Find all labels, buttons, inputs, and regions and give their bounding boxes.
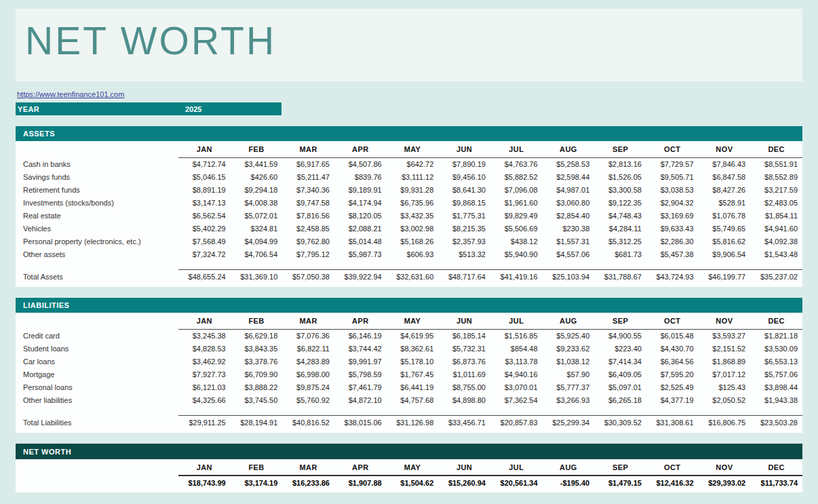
month-header: SEP (594, 313, 646, 329)
cell-value: $5,072.01 (231, 209, 283, 222)
cell-value: $6,553.13 (750, 355, 802, 368)
row-label: Car loans (16, 355, 178, 368)
cell-value: $1,854.11 (750, 209, 802, 222)
month-header: JAN (178, 141, 231, 157)
cell-value: $4,507.86 (334, 157, 387, 170)
spacer-cell (438, 260, 490, 269)
cell-value: $8,552.89 (750, 170, 802, 183)
cell-value: $57.90 (543, 368, 595, 381)
cell-value: $6,562.54 (178, 209, 231, 222)
cell-value: $324.81 (231, 222, 283, 235)
spacer-cell (16, 406, 178, 415)
cell-value: $31,126.98 (387, 415, 439, 430)
cell-value: $4,706.54 (231, 248, 283, 260)
assets-header-bar: ASSETS (16, 126, 802, 141)
table-row: Real estate$6,562.54$5,072.01$7,816.56$8… (16, 209, 802, 222)
cell-value: $4,557.06 (543, 248, 595, 260)
spacer-cell (178, 406, 231, 415)
spacer-cell (282, 406, 334, 415)
cell-value: $3,174.19 (231, 476, 283, 490)
month-header: APR (334, 141, 387, 157)
month-header: JUL (490, 459, 543, 476)
cell-value: $6,265.18 (594, 393, 646, 406)
cell-value: $6,146.19 (334, 329, 387, 342)
corner-cell (16, 313, 178, 329)
cell-value: $16,233.86 (282, 476, 334, 490)
cell-value: $9,868.15 (438, 196, 490, 209)
cell-value: $223.40 (594, 342, 646, 355)
spacer-cell (282, 260, 334, 269)
cell-value: $6,015.48 (646, 329, 699, 342)
cell-value: $2,286.30 (646, 235, 699, 248)
cell-value: $1,038.12 (543, 355, 595, 368)
row-label: Personal loans (16, 381, 178, 393)
table-row: Retirement funds$8,891.19$9,294.18$7,340… (16, 183, 802, 196)
cell-value: -$195.40 (543, 476, 595, 490)
spacer-cell (387, 406, 439, 415)
spacer-row (16, 406, 802, 415)
cell-value: $41,419.16 (490, 269, 543, 284)
cell-value: $4,008.38 (231, 196, 283, 209)
table-row: Vehicles$5,402.29$324.81$2,458.85$2,088.… (16, 222, 802, 235)
cell-value: $8,641.30 (438, 183, 490, 196)
month-header: NOV (699, 459, 751, 476)
cell-value: $3,744.42 (334, 342, 387, 355)
cell-value: $4,283.89 (282, 355, 334, 368)
cell-value: $7,340.36 (282, 183, 334, 196)
row-label: Student loans (16, 342, 178, 355)
cell-value: $5,925.40 (543, 329, 595, 342)
cell-value: $1,526.05 (594, 170, 646, 183)
row-label: Investments (stocks/bonds) (16, 196, 178, 209)
cell-value: $5,798.59 (334, 368, 387, 381)
website-link[interactable]: https://www.teenfinance101.com (17, 90, 124, 98)
cell-value: $8,891.19 (178, 183, 231, 196)
year-label: YEAR (16, 105, 39, 113)
row-label (16, 476, 178, 490)
cell-value: $5,749.65 (699, 222, 751, 235)
cell-value: $9,906.54 (699, 248, 751, 260)
spacer-cell (646, 406, 699, 415)
month-header: MAR (282, 313, 334, 329)
cell-value: $6,847.58 (699, 170, 751, 183)
cell-value: $8,755.00 (438, 381, 490, 393)
cell-value: $3,462.92 (178, 355, 231, 368)
cell-value: $4,898.80 (438, 393, 490, 406)
cell-value: $839.76 (334, 170, 387, 183)
spacer-cell (334, 260, 387, 269)
cell-value: $2,854.40 (543, 209, 595, 222)
cell-value: $6,121.03 (178, 381, 231, 393)
cell-value: $438.12 (490, 235, 543, 248)
cell-value: $4,900.55 (594, 329, 646, 342)
cell-value: $513.32 (438, 248, 490, 260)
cell-value: $4,987.01 (543, 183, 595, 196)
cell-value: $31,369.10 (231, 269, 283, 284)
cell-value: $3,378.76 (231, 355, 283, 368)
spacer-cell (699, 260, 751, 269)
cell-value: $4,094.99 (231, 235, 283, 248)
cell-value: $6,441.19 (387, 381, 439, 393)
cell-value: $3,898.44 (750, 381, 802, 393)
cell-value: $5,882.52 (490, 170, 543, 183)
row-label: Retirement funds (16, 183, 178, 196)
cell-value: $7,414.34 (594, 355, 646, 368)
cell-value: $6,629.18 (231, 329, 283, 342)
cell-value: $9,633.43 (646, 222, 699, 235)
cell-value: $23,503.28 (750, 415, 802, 430)
net-worth-header-label: NET WORTH (23, 448, 71, 456)
month-header: MAR (282, 459, 334, 476)
cell-value: $30,309.52 (594, 415, 646, 430)
cell-value: $2,598.44 (543, 170, 595, 183)
table-row: Personal property (electronics, etc.)$7,… (16, 235, 802, 248)
year-value[interactable]: 2025 (185, 105, 201, 113)
cell-value: $3,060.80 (543, 196, 595, 209)
cell-value: $7,890.19 (438, 157, 490, 170)
cell-value: $3,070.01 (490, 381, 543, 393)
table-row: Student loans$4,828.53$3,843.35$6,822.11… (16, 342, 802, 355)
cell-value: $15,260.94 (438, 476, 490, 490)
month-header-row: JANFEBMARAPRMAYJUNJULAUGSEPOCTNOVDEC (16, 459, 802, 476)
cell-value: $2,357.93 (438, 235, 490, 248)
liabilities-header-bar: LIABILITIES (16, 298, 802, 313)
cell-value: $28,194.91 (231, 415, 283, 430)
row-label: Vehicles (16, 222, 178, 235)
cell-value: $29,911.25 (178, 415, 231, 430)
